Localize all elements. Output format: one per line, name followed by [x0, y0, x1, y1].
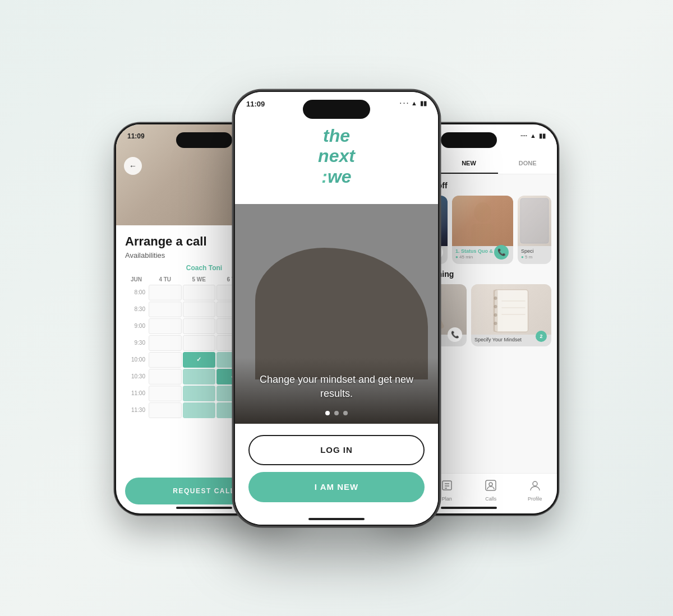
- login-screen: the next :we Change your mindset and get…: [235, 92, 438, 525]
- svg-point-10: [494, 313, 497, 317]
- slot-we-1130[interactable]: [183, 402, 216, 418]
- hero-tagline: Change your mindset and get new results.: [235, 373, 438, 401]
- slot-we-800[interactable]: [183, 285, 216, 300]
- svg-point-21: [533, 481, 537, 486]
- login-buttons-area: LOG IN I AM NEW: [235, 424, 438, 525]
- svg-rect-6: [495, 290, 528, 332]
- slot-we-1000[interactable]: [183, 352, 216, 368]
- dynamic-island-right: [441, 132, 497, 148]
- svg-point-20: [489, 483, 492, 486]
- back-button[interactable]: ←: [124, 157, 142, 175]
- time-center: 11:09: [246, 100, 265, 108]
- nav-plan-label: Plan: [442, 496, 452, 502]
- time-800: 8:00: [125, 285, 147, 300]
- status-icons-center: · · · ▲ ▮▮: [400, 100, 427, 107]
- dynamic-island-left: [176, 132, 232, 148]
- profile-icon: [529, 479, 541, 494]
- svg-rect-4: [520, 198, 548, 243]
- login-button[interactable]: LOG IN: [248, 435, 425, 465]
- dynamic-island-center: [303, 100, 370, 119]
- slot-tu-1030[interactable]: [149, 369, 182, 385]
- phone-center-screen: 11:09 · · · ▲ ▮▮ the next :we: [235, 92, 438, 525]
- card-img-woman: [452, 196, 513, 246]
- time-1000: 10:00: [125, 352, 147, 368]
- phone-call-icon-3[interactable]: 📞: [448, 327, 462, 342]
- nav-calls[interactable]: Calls: [469, 479, 513, 502]
- time-1100: 11:00: [125, 386, 147, 401]
- dot-2[interactable]: [334, 411, 339, 415]
- battery-icon-r: ▮▮: [539, 132, 546, 140]
- status-icons-right: ···· ▲ ▮▮: [520, 132, 546, 140]
- tab-done[interactable]: DONE: [498, 154, 557, 174]
- svg-point-8: [494, 297, 497, 300]
- time-1030: 10:30: [125, 369, 147, 385]
- nav-profile[interactable]: Profile: [513, 479, 557, 502]
- card3-title: Speci: [521, 248, 548, 255]
- plan-icon: [441, 479, 453, 494]
- signal-dots-icon: · · ·: [400, 100, 408, 106]
- home-indicator-center: [308, 518, 365, 520]
- login-hero: Change your mindset and get new results.: [235, 204, 438, 424]
- slot-we-830[interactable]: [183, 302, 216, 317]
- time-930: 9:30: [125, 335, 147, 351]
- slot-we-1030[interactable]: [183, 369, 216, 385]
- day-col-1: 4 TU: [149, 276, 182, 282]
- wifi-icon-r: ▲: [530, 132, 536, 139]
- slot-tu-800[interactable]: [149, 285, 182, 300]
- home-indicator-left: [176, 507, 232, 509]
- time-830: 8:30: [125, 302, 147, 317]
- app-logo: the next :we: [318, 126, 355, 187]
- card-img-3: [518, 196, 551, 246]
- badge-2: 2: [536, 331, 547, 342]
- card3-duration: ● 5 m: [521, 254, 548, 260]
- time-left: 11:09: [127, 132, 145, 140]
- slot-tu-1130[interactable]: [149, 402, 182, 418]
- dots-indicator: [325, 411, 348, 415]
- svg-point-11: [494, 322, 497, 325]
- card-specify-mindset[interactable]: 2 Specify Your Mindset: [471, 284, 551, 347]
- card-img-notebook: [471, 284, 551, 335]
- slot-tu-930[interactable]: [149, 335, 182, 351]
- day-col-2: 5 WE: [183, 276, 216, 282]
- signal-icon-r: ····: [520, 132, 527, 139]
- month-label: JUN: [125, 276, 147, 282]
- dot-1[interactable]: [325, 411, 330, 415]
- slot-we-1100[interactable]: [183, 386, 216, 401]
- nav-profile-label: Profile: [528, 496, 542, 502]
- card3-label: Speci ● 5 m: [518, 246, 551, 264]
- svg-rect-7: [494, 290, 498, 332]
- slot-we-930[interactable]: [183, 335, 216, 351]
- slot-we-900[interactable]: [183, 318, 216, 334]
- wifi-icon-c: ▲: [411, 100, 417, 106]
- iam-new-button[interactable]: I AM NEW: [248, 472, 425, 502]
- calls-icon: [485, 479, 497, 494]
- hero-background: Change your mindset and get new results.: [235, 204, 438, 424]
- phone-call-icon-2[interactable]: 📞: [494, 245, 509, 260]
- time-900: 9:00: [125, 318, 147, 334]
- phone-center: 11:09 · · · ▲ ▮▮ the next :we: [233, 90, 440, 527]
- card-status-quo[interactable]: 📞 1. Status Quo & Goal ● 45 min: [452, 196, 513, 264]
- logo-line3: we: [328, 166, 352, 187]
- time-1130: 11:30: [125, 402, 147, 418]
- card-speci[interactable]: Speci ● 5 m: [518, 196, 551, 264]
- dot-3[interactable]: [343, 411, 348, 415]
- slot-tu-1000[interactable]: [149, 352, 182, 368]
- nav-calls-label: Calls: [485, 496, 496, 502]
- svg-rect-3: [472, 224, 494, 246]
- logo-colon: :: [321, 166, 328, 187]
- svg-point-2: [474, 202, 491, 223]
- tab-new[interactable]: NEW: [440, 154, 499, 174]
- slot-tu-900[interactable]: [149, 318, 182, 334]
- logo-line2: next: [318, 146, 355, 166]
- logo-line1: the: [323, 126, 350, 146]
- home-indicator-right: [441, 507, 497, 509]
- svg-point-9: [494, 305, 497, 308]
- battery-icon-c: ▮▮: [420, 100, 427, 107]
- slot-tu-830[interactable]: [149, 302, 182, 317]
- slot-tu-1100[interactable]: [149, 386, 182, 401]
